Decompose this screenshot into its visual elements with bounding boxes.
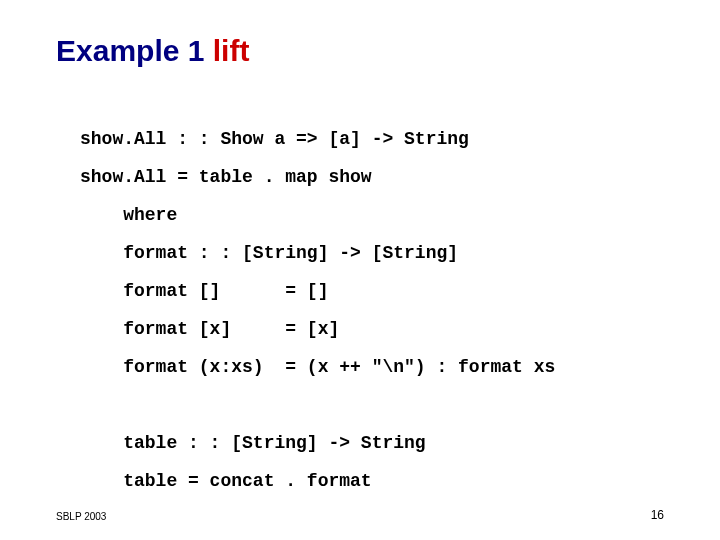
code-block: show.All : : Show a => [a] -> String sho… (80, 120, 555, 500)
code-line: table : : [String] -> String (80, 433, 426, 453)
code-line: show.All = table . map show (80, 167, 372, 187)
code-line: where (80, 205, 177, 225)
footer-left: SBLP 2003 (56, 511, 106, 522)
slide: Example 1 lift show.All : : Show a => [a… (0, 0, 720, 540)
code-line: show.All : : Show a => [a] -> String (80, 129, 469, 149)
code-line: format [] = [] (80, 281, 328, 301)
page-number: 16 (651, 508, 664, 522)
slide-title: Example 1 lift (56, 34, 249, 68)
code-line: format [x] = [x] (80, 319, 339, 339)
code-line: format : : [String] -> [String] (80, 243, 458, 263)
code-line: format (x:xs) = (x ++ "\n") : format xs (80, 357, 555, 377)
code-line: table = concat . format (80, 471, 372, 491)
title-text-1: Example 1 (56, 34, 213, 67)
title-text-2: lift (213, 34, 250, 67)
